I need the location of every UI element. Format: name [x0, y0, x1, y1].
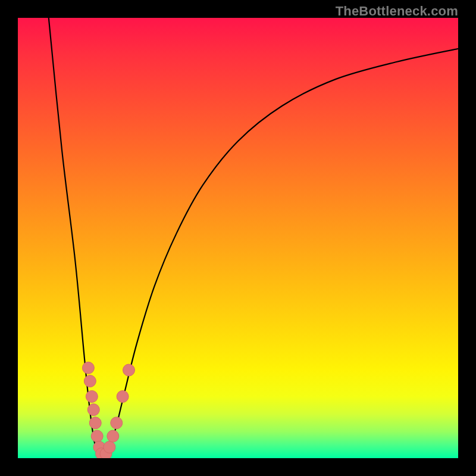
watermark-text: TheBottleneck.com: [336, 4, 458, 19]
curve-marker: [123, 364, 134, 376]
bottleneck-curve-line: [49, 18, 458, 458]
curve-markers: [82, 362, 134, 458]
chart-svg: [18, 18, 458, 458]
chart-frame: TheBottleneck.com: [0, 0, 476, 476]
curve-marker: [87, 404, 99, 416]
curve-marker: [86, 390, 98, 402]
curve-marker: [91, 430, 103, 442]
plot-area: [18, 18, 458, 458]
curve-marker: [82, 362, 94, 374]
curve-marker: [117, 390, 129, 402]
curve-marker: [84, 375, 96, 387]
curve-marker: [89, 417, 101, 429]
curve-marker: [104, 441, 115, 453]
curve-marker: [111, 417, 123, 429]
curve-marker: [107, 430, 119, 442]
